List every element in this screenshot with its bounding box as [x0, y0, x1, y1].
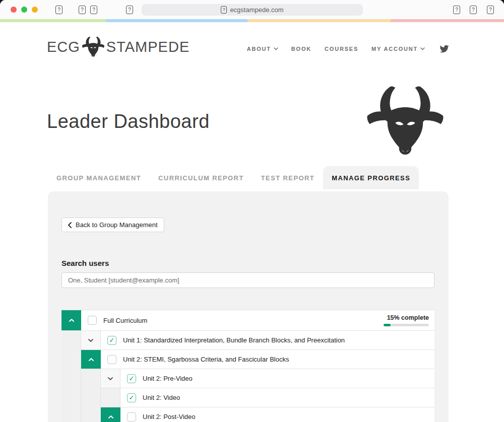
logo-text-prefix: ECG: [47, 39, 80, 55]
nav-my-account-label: MY ACCOUNT: [371, 46, 418, 52]
manage-progress-panel: Back to Group Management Search users Fu…: [48, 191, 449, 422]
search-users-label: Search users: [61, 259, 109, 267]
tree-row-content: Unit 2: Post-Video: [120, 407, 434, 422]
search-users-input[interactable]: [61, 272, 434, 288]
browser-toolbar: ? ? ? ? ? ecgstampede.com ? ? ?: [0, 0, 504, 19]
row-checkbox[interactable]: ✓: [127, 374, 136, 383]
back-to-group-management-button[interactable]: Back to Group Management: [61, 218, 164, 232]
tab-test-report[interactable]: TEST REPORT: [253, 166, 323, 189]
window-controls: [11, 7, 38, 13]
minimize-window-button[interactable]: [32, 7, 38, 13]
nav-book-label: BOOK: [291, 46, 311, 52]
tree-row: ✓Unit 2: Video: [61, 388, 434, 407]
chevron-left-icon: [68, 222, 72, 228]
page-title: Leader Dashboard: [47, 111, 210, 132]
tab-overview-icon[interactable]: ?: [487, 6, 494, 14]
tab-group-management[interactable]: GROUP MANAGEMENT: [48, 166, 150, 189]
nav-my-account[interactable]: MY ACCOUNT: [371, 46, 425, 52]
tree-row-content: Full Curriculum15% complete: [81, 310, 434, 331]
bull-logo-icon: [81, 36, 105, 57]
close-window-button[interactable]: [11, 7, 17, 13]
forward-icon[interactable]: ?: [90, 6, 97, 14]
back-button-label: Back to Group Management: [76, 221, 158, 229]
tree-row: ✓Unit 1: Standardized Interpretation, Bu…: [61, 331, 434, 350]
share-icon[interactable]: ?: [453, 6, 460, 14]
main-nav: ABOUT BOOK COURSES MY ACCOUNT: [247, 44, 450, 53]
tab-curriculum-report[interactable]: CURRICULUM REPORT: [150, 166, 253, 189]
progress-track: [384, 324, 429, 326]
indent-rail: [61, 369, 81, 388]
indent-rail: [61, 350, 81, 369]
tree-row-content: ✓Unit 2: Video: [120, 388, 434, 407]
favorites-color-stripe: [0, 19, 504, 22]
site-logo[interactable]: ECG STAMPEDE: [47, 36, 190, 57]
zoom-window-button[interactable]: [21, 7, 27, 13]
nav-book[interactable]: BOOK: [291, 46, 311, 52]
tab-manage-progress[interactable]: MANAGE PROGRESS: [323, 166, 419, 189]
tree-row-content: Unit 2: STEMI, Sgarbossa Criteria, and F…: [101, 350, 434, 369]
progress-label: 15% complete: [387, 314, 429, 321]
indent-rail: [61, 388, 81, 407]
row-checkbox[interactable]: [127, 412, 136, 421]
expand-button[interactable]: [101, 369, 120, 388]
nav-about-label: ABOUT: [247, 46, 271, 52]
dashboard-tabs: GROUP MANAGEMENT CURRICULUM REPORT TEST …: [48, 166, 419, 189]
browser-window: ? ? ? ? ? ecgstampede.com ? ? ? ECG STAM…: [0, 0, 504, 422]
tree-row-label: Unit 2: Post-Video: [143, 413, 196, 420]
row-checkbox[interactable]: [88, 316, 97, 325]
expand-button[interactable]: [81, 331, 101, 350]
tree-row: Unit 2: STEMI, Sgarbossa Criteria, and F…: [61, 350, 434, 369]
nav-about[interactable]: ABOUT: [247, 46, 278, 52]
stripe-segment: [0, 19, 106, 22]
tree-row: ✓Unit 2: Pre-Video: [61, 369, 434, 388]
chevron-down-icon: [420, 47, 425, 50]
curriculum-tree: Full Curriculum15% complete✓Unit 1: Stan…: [61, 310, 434, 422]
address-bar-url: ecgstampede.com: [230, 6, 283, 14]
tree-row-content: ✓Unit 1: Standardized Interpretation, Bu…: [101, 331, 434, 350]
reader-icon[interactable]: ?: [126, 6, 133, 14]
tree-row-content: ✓Unit 2: Pre-Video: [120, 369, 434, 388]
indent-rail: [81, 407, 101, 422]
stripe-segment: [391, 19, 504, 22]
twitter-icon[interactable]: [439, 44, 450, 53]
progress-fill: [384, 324, 391, 326]
nav-courses-label: COURSES: [325, 46, 358, 52]
site-info-icon[interactable]: ?: [221, 6, 227, 14]
bull-hero-image: [364, 85, 447, 157]
address-bar[interactable]: ? ecgstampede.com: [142, 4, 363, 16]
row-checkbox[interactable]: [107, 355, 116, 364]
chevron-down-icon: [274, 47, 278, 50]
tree-row-label: Full Curriculum: [103, 317, 147, 324]
row-checkbox[interactable]: ✓: [107, 336, 116, 345]
tree-row: Unit 2: Post-Video: [61, 407, 434, 422]
tree-row-label: Unit 2: Video: [143, 394, 180, 401]
tree-row-label: Unit 2: STEMI, Sgarbossa Criteria, and F…: [123, 356, 289, 363]
indent-rail: [61, 331, 81, 350]
new-tab-icon[interactable]: ?: [470, 6, 477, 14]
indent-rail: [61, 407, 81, 422]
sidebar-toggle-icon[interactable]: ?: [55, 6, 62, 14]
collapse-button[interactable]: [61, 310, 81, 331]
collapse-button[interactable]: [101, 407, 120, 422]
progress-indicator: 15% complete: [384, 314, 429, 326]
stripe-segment: [247, 19, 391, 22]
indent-rail: [81, 388, 101, 407]
tree-row-label: Unit 2: Pre-Video: [143, 375, 193, 382]
tree-row: Full Curriculum15% complete: [61, 310, 434, 331]
back-icon[interactable]: ?: [79, 6, 86, 14]
collapse-button[interactable]: [81, 350, 101, 369]
indent-rail: [81, 369, 101, 388]
stripe-segment: [106, 19, 247, 22]
row-checkbox[interactable]: ✓: [127, 393, 136, 402]
logo-text-suffix: STAMPEDE: [106, 39, 190, 55]
nav-courses[interactable]: COURSES: [325, 46, 358, 52]
tree-row-label: Unit 1: Standardized Interpretation, Bun…: [123, 336, 345, 344]
expander-placeholder: [101, 388, 120, 407]
